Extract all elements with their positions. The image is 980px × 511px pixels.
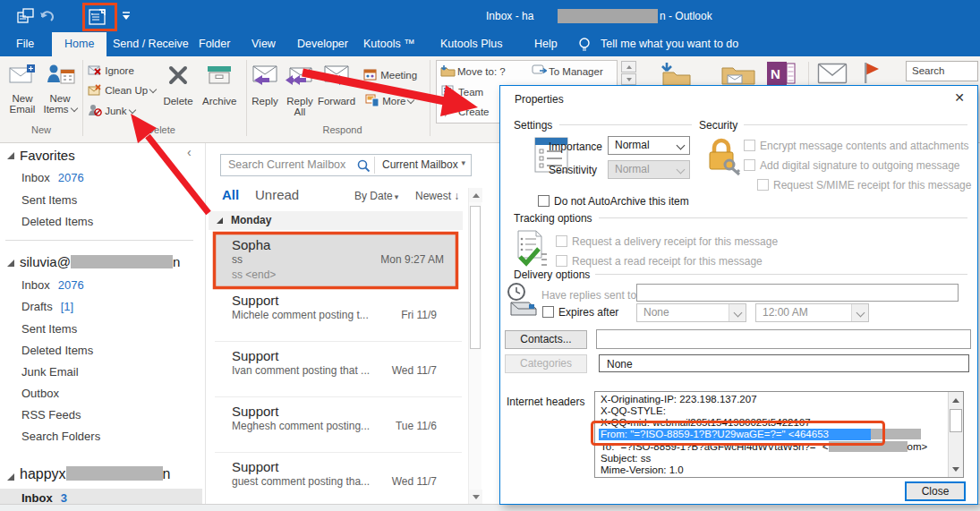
quick-step-create[interactable]: Create: [458, 106, 490, 117]
reply-icon: [251, 64, 279, 87]
scroll-up-button[interactable]: [469, 188, 482, 202]
contacts-input[interactable]: [596, 329, 971, 349]
tell-me-box[interactable]: Tell me what you want to do: [601, 32, 738, 56]
tab-folder[interactable]: Folder: [199, 32, 230, 56]
forward-button[interactable]: Forward: [317, 60, 356, 123]
tab-developer[interactable]: Developer: [297, 32, 348, 56]
follow-up-flag-button[interactable]: [862, 61, 882, 85]
qat-customize-icon[interactable]: [122, 12, 131, 21]
search-input[interactable]: Search Current Mailbox: [228, 158, 345, 171]
chevron-down-icon[interactable]: ▾: [461, 158, 465, 167]
quick-step-move-to[interactable]: Move to: ?: [457, 66, 506, 77]
autoarchive-checkbox[interactable]: [538, 195, 550, 207]
tab-home[interactable]: Home: [52, 32, 107, 56]
search-icon[interactable]: [357, 159, 371, 173]
move-button[interactable]: [660, 62, 694, 86]
expand-triangle-icon[interactable]: [7, 473, 14, 481]
ignore-button[interactable]: Ignore: [88, 64, 134, 76]
sidebar-item-search-folders[interactable]: Search Folders: [21, 430, 100, 443]
sidebar-item-outbox[interactable]: Outbox: [21, 387, 59, 400]
message-options-icon[interactable]: [89, 7, 110, 26]
reply-button[interactable]: Reply: [247, 60, 283, 123]
header-line: Mime-Version: 1.0: [601, 464, 684, 476]
contacts-button[interactable]: Contacts...: [505, 330, 587, 349]
sort-direction-toggle[interactable]: Newest ↓: [415, 190, 459, 202]
quick-step-team[interactable]: Team: [458, 87, 483, 98]
scroll-down-button[interactable]: [949, 462, 963, 476]
message-list-scrollbar[interactable]: [468, 188, 481, 504]
sidebar-item-inbox-selected[interactable]: Inbox3: [21, 491, 67, 505]
clean-up-button[interactable]: Clean Up: [88, 84, 156, 96]
rules-button[interactable]: [720, 64, 756, 86]
meeting-button[interactable]: Meeting: [363, 68, 417, 81]
junk-button[interactable]: Junk: [88, 104, 135, 116]
tab-kutools-plus[interactable]: Kutools Plus: [440, 32, 502, 56]
favorites-section-title[interactable]: Favorites: [20, 148, 75, 163]
tab-send-receive[interactable]: Send / Receive: [113, 32, 189, 56]
tab-file[interactable]: File: [16, 32, 34, 56]
scroll-down-button[interactable]: [469, 490, 482, 504]
sidebar-item-rss[interactable]: RSS Feeds: [21, 408, 81, 422]
message-row-selected[interactable]: Sopha ss Mon 9:27 AM ss <end>: [216, 234, 456, 286]
spinner-down-button[interactable]: [621, 73, 636, 85]
sidebar-item-drafts[interactable]: Drafts[1]: [21, 300, 73, 313]
headers-scrollbar[interactable]: [948, 392, 963, 477]
header-line-from: From: "=?ISO-8859-1?B?U29waGE=?=" <46465…: [599, 429, 921, 440]
quick-print-icon[interactable]: [17, 8, 34, 24]
sidebar-item-junk[interactable]: Junk Email: [21, 365, 79, 379]
quick-step-to-manager[interactable]: To Manager: [549, 66, 603, 77]
tab-help[interactable]: Help: [534, 32, 558, 56]
message-row[interactable]: Support Ivan comment posting that ... We…: [207, 344, 462, 399]
expand-triangle-icon[interactable]: [7, 260, 14, 267]
new-email-button[interactable]: New Email: [5, 61, 39, 123]
spinner-up-button[interactable]: [621, 61, 636, 72]
sidebar-item-favorites-inbox[interactable]: Inbox2076: [21, 171, 84, 184]
expires-after-checkbox[interactable]: [542, 306, 554, 318]
unread-read-button[interactable]: [817, 63, 848, 84]
ribbon-divider: [430, 60, 430, 136]
tab-kutools[interactable]: Kutools ™: [363, 32, 415, 56]
sidebar-item-sent[interactable]: Sent Items: [21, 322, 77, 336]
reply-all-button[interactable]: ReplyAll: [281, 60, 319, 123]
scroll-up-button[interactable]: [949, 393, 963, 407]
sidebar-item-favorites-sent[interactable]: Sent Items: [21, 193, 77, 207]
collapse-pane-icon[interactable]: ‹: [187, 145, 192, 159]
tab-all[interactable]: All: [222, 187, 239, 202]
sidebar-divider: [5, 240, 193, 241]
close-icon[interactable]: ✕: [950, 90, 969, 105]
onenote-button[interactable]: N: [765, 61, 796, 87]
account-1-title[interactable]: siluvia@n: [20, 254, 180, 269]
message-row[interactable]: Support Meghesh comment posting... Tue 1…: [207, 399, 462, 455]
importance-select[interactable]: Normal: [608, 136, 690, 155]
tab-unread[interactable]: Unread: [255, 187, 299, 202]
new-items-button[interactable]: New Items: [41, 61, 79, 123]
close-button[interactable]: Close: [905, 481, 966, 501]
from-header-selection: From: "=?ISO-8859-1?B?U29waGE=?=" <46465…: [599, 429, 871, 440]
dropdown-button: [729, 304, 746, 321]
sidebar-item-deleted[interactable]: Deleted Items: [21, 344, 93, 357]
archive-button[interactable]: Archive: [202, 60, 236, 123]
junk-icon: [88, 104, 102, 116]
mailbox-scope-dropdown[interactable]: Current Mailbox: [382, 158, 458, 171]
sort-by-dropdown[interactable]: By Date▾: [354, 190, 398, 202]
delete-button[interactable]: Delete: [163, 60, 193, 123]
quick-steps-spinner[interactable]: [621, 61, 636, 85]
search-people-box[interactable]: Search People: [906, 61, 978, 81]
internet-headers-box[interactable]: X-Originating-IP: 223.198.137.207 X-QQ-S…: [594, 391, 964, 478]
group-line: [595, 274, 967, 275]
have-replies-input[interactable]: [636, 284, 959, 302]
sidebar-item-inbox[interactable]: Inbox2076: [21, 278, 84, 292]
message-row[interactable]: Support guest comment posting tha... Wed…: [207, 455, 462, 504]
undo-icon[interactable]: [38, 9, 55, 23]
message-row[interactable]: Support Michele comment posting t... Fri…: [207, 288, 462, 344]
account-2-title[interactable]: happyxn: [20, 466, 171, 482]
group-header-monday[interactable]: Monday: [209, 211, 463, 230]
scroll-thumb[interactable]: [470, 206, 481, 349]
tab-view[interactable]: View: [251, 32, 276, 56]
more-button[interactable]: More: [365, 94, 413, 106]
sidebar-item-favorites-deleted[interactable]: Deleted Items: [21, 215, 93, 228]
folder-pane: ‹ Favorites Inbox2076 Sent Items Deleted…: [0, 143, 206, 504]
scroll-thumb[interactable]: [950, 409, 962, 432]
expand-triangle-icon[interactable]: [7, 152, 14, 159]
ignore-icon: [88, 64, 102, 76]
